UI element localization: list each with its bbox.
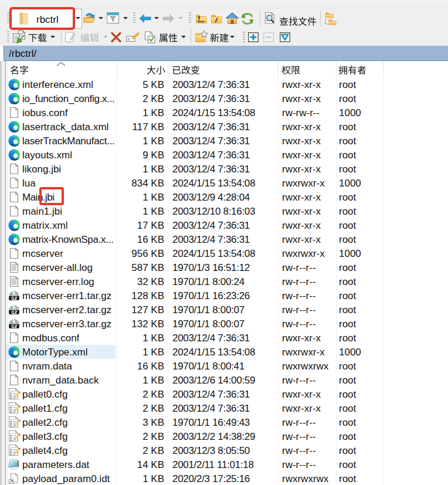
- svg-text:x: x: [128, 37, 130, 41]
